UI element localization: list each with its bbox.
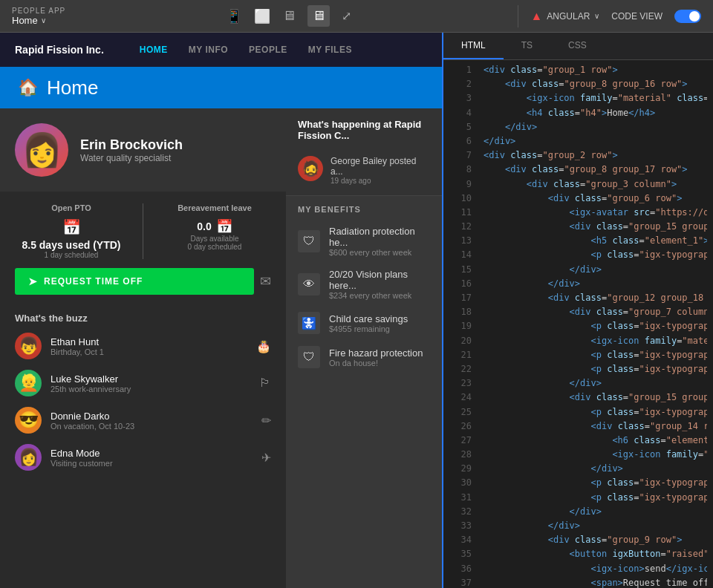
code-line-16: 16 </div> (443, 277, 713, 291)
nav-my-files[interactable]: MY FILES (308, 45, 352, 55)
buzz-avatar-donnie: 😎 (15, 407, 42, 434)
pto-divider (143, 203, 143, 259)
code-line-27: 27 <h6 class="element_... (443, 434, 713, 448)
benefit-value-vision: $234 every other week (329, 291, 430, 300)
benefit-value-fire: On da house! (329, 359, 423, 368)
benefit-name-radiation: Radiation protection he... (329, 226, 430, 248)
nav-my-info[interactable]: MY INFO (189, 45, 228, 55)
shield-icon-1: 🛡 (298, 230, 320, 252)
divider (518, 5, 518, 27)
buzz-info-edna: Edna Mode Visiting customer (51, 448, 253, 468)
nav-home[interactable]: HOME (140, 45, 168, 55)
code-line-24: 24 <div class="group_15 group_1... (443, 391, 713, 405)
code-line-11: 11 <igx-avatar src="https://d3c... (443, 206, 713, 220)
desktop-icon[interactable]: 🖥 (307, 5, 330, 27)
open-pto-used: 8.5 days used (YTD) (15, 239, 128, 251)
send-icon: ➤ (28, 275, 38, 287)
benefit-info-fire: Fire hazard protection On da house! (329, 347, 423, 368)
expand-icon[interactable]: ⤢ (342, 9, 351, 23)
mobile-icon[interactable]: 📱 (226, 8, 242, 24)
code-line-10: 10 <div class="group_6 row"> (443, 192, 713, 206)
code-line-26: 26 <div class="group_14 row... (443, 419, 713, 434)
buzz-item-edna: 👩 Edna Mode Visiting customer ✈ (15, 444, 271, 471)
flag-icon[interactable]: 🏳 (259, 376, 271, 390)
tab-html[interactable]: HTML (443, 33, 504, 59)
buzz-item-donnie: 😎 Donnie Darko On vacation, Oct 10-23 ✏ (15, 407, 271, 434)
code-line-30: 30 <p class="igx-typography... (443, 476, 713, 490)
app-panel: Rapid Fission Inc. HOME MY INFO PEOPLE M… (0, 33, 442, 588)
open-pto-label: Open PTO (15, 203, 128, 212)
buzz-info-luke: Luke Skywalker 25th work-anniversary (51, 373, 250, 393)
code-line-31: 31 <p class="igx-typography... (443, 491, 713, 505)
benefits-title: MY BENEFITS (286, 196, 442, 220)
profile-info: Erin Brockovich Water quality specialist (80, 137, 271, 163)
benefit-info-vision: 20/20 Vision plans here... $234 every ot… (329, 269, 430, 300)
edit-icon[interactable]: ✏ (261, 414, 271, 428)
code-line-9: 9 <div class="group_3 column"> (443, 177, 713, 192)
benefit-radiation: 🛡 Radiation protection he... $600 every … (286, 220, 442, 263)
bereavement-value: 0.0 (197, 220, 211, 232)
code-view-switch[interactable] (674, 10, 701, 23)
benefit-name-childcare: Child care savings (329, 313, 408, 324)
buzz-avatar-edna: 👩 (15, 444, 42, 471)
nav-items: HOME MY INFO PEOPLE MY FILES (140, 45, 352, 55)
code-line-3: 3 <igx-icon family="material" class="i..… (443, 91, 713, 105)
angular-logo: ▲ (530, 10, 542, 23)
request-btn-area: ➤ REQUEST TIME OFF ✉ (0, 268, 286, 304)
birthday-icon[interactable]: 🎂 (256, 339, 271, 353)
page-title: Home (47, 76, 98, 99)
buzz-title: What's the buzz (15, 313, 271, 324)
pto-section: Open PTO 📅 8.5 days used (YTD) 1 day sch… (0, 192, 286, 268)
george-avatar: 🧔 (298, 156, 323, 181)
profile-name: Erin Brockovich (80, 137, 271, 153)
buzz-avatar-ethan: 👦 (15, 333, 42, 359)
buzz-desc-luke: 25th work-anniversary (51, 385, 250, 393)
george-info: George Bailey posted a... 19 days ago (331, 156, 430, 185)
tab-css[interactable]: CSS (550, 33, 605, 59)
code-line-18: 18 <div class="group_7 column"> (443, 305, 713, 319)
benefit-fire: 🛡 Fire hazard protection On da house! (286, 340, 442, 374)
main-content: Rapid Fission Inc. HOME MY INFO PEOPLE M… (0, 33, 713, 588)
calendar-icon: 📅 (15, 218, 128, 236)
code-line-32: 32 </div> (443, 505, 713, 519)
plane-icon[interactable]: ✈ (261, 451, 271, 465)
angular-chevron-icon: ∨ (594, 12, 599, 20)
hero-banner: 🏠 Home (0, 67, 442, 108)
code-line-1: 1<div class="group_1 row"> (443, 63, 713, 77)
request-time-off-button[interactable]: ➤ REQUEST TIME OFF (15, 268, 254, 295)
george-post: 🧔 George Bailey posted a... 19 days ago (286, 148, 442, 196)
george-time: 19 days ago (331, 177, 430, 185)
childcare-icon: 🚼 (298, 312, 320, 334)
angular-button[interactable]: ▲ ANGULAR ∨ (530, 10, 599, 23)
happening-title: What's happening at Rapid Fission C... (286, 108, 442, 148)
code-editor[interactable]: 1<div class="group_1 row"> 2 <div class=… (443, 60, 713, 588)
buzz-name-ethan: Ethan Hunt (51, 336, 247, 347)
code-line-23: 23 </div> (443, 376, 713, 391)
code-view-toggle: CODE VIEW (611, 10, 701, 23)
buzz-name-donnie: Donnie Darko (51, 411, 253, 422)
nav-people[interactable]: PEOPLE (249, 45, 287, 55)
mail-icon[interactable]: ✉ (260, 273, 271, 290)
bereavement-card: Bereavement leave 0.0 📅 Days available 0… (158, 203, 271, 259)
tablet-icon[interactable]: ⬜ (254, 8, 270, 24)
buzz-desc-ethan: Birthday, Oct 1 (51, 347, 247, 356)
code-line-12: 12 <div class="group_15 group_1... (443, 220, 713, 234)
code-line-19: 19 <p class="igx-typography... (443, 319, 713, 333)
code-line-8: 8 <div class="group_8 group_17 row"> (443, 163, 713, 177)
monitor-wide-icon[interactable]: 🖥 (282, 8, 296, 24)
tab-ts[interactable]: TS (504, 33, 550, 59)
nav-bar: Rapid Fission Inc. HOME MY INFO PEOPLE M… (0, 33, 442, 67)
code-line-2: 2 <div class="group_8 group_16 row"> (443, 77, 713, 91)
code-line-37: 37 <span>Request time off</... (443, 576, 713, 588)
benefit-info-childcare: Child care savings $4955 remaining (329, 313, 408, 333)
nav-logo: Rapid Fission Inc. (15, 44, 104, 56)
buzz-name-luke: Luke Skywalker (51, 373, 250, 385)
bereavement-label: Bereavement leave (158, 203, 271, 212)
benefit-value-radiation: $600 every other week (329, 248, 430, 257)
left-card: 👩 Erin Brockovich Water quality speciali… (0, 108, 286, 588)
code-line-20: 20 <igx-icon family="materi... (443, 334, 713, 348)
avatar: 👩 (15, 123, 68, 177)
app-label: PEOPLE APP (12, 7, 65, 15)
benefit-childcare: 🚼 Child care savings $4955 remaining (286, 306, 442, 340)
home-dropdown[interactable]: Home ∨ (12, 15, 71, 26)
